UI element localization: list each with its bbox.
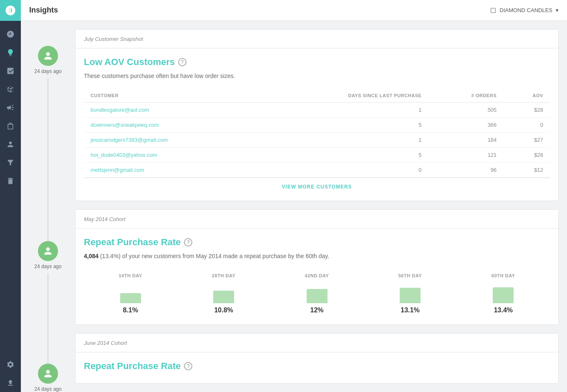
bar-fill [307,289,328,303]
card2-header: May 2014 Cohort [76,210,558,229]
table-row: jessicarodgers7383@gmail.com 1 184 $27 [84,133,550,148]
trash-icon[interactable] [0,172,21,190]
june-cohort-card: June 2014 Cohort Repeat Purchase Rate ? [75,333,559,384]
table-row: bundlesgalore@aol.com 1 505 $28 [84,103,550,118]
card2-title: Repeat Purchase Rate ? [84,237,550,248]
aov-value: 0 [503,118,550,133]
bar-value: 13.1% [401,307,419,314]
card1-header-label: July Customer Snapshot [84,36,143,42]
bar-value: 10.8% [214,307,233,314]
card2-pct: (13.4%) [100,253,121,259]
page-title: Insights [29,6,58,15]
col-aov: AOV [503,89,550,103]
timeline-item-2: 24 days ago [34,241,61,269]
days-since: 5 [260,148,428,163]
aov-value: $28 [503,103,550,118]
bar-value: 12% [310,307,324,314]
bar-fill [400,288,421,303]
card3-body: Repeat Purchase Rate ? [76,352,558,384]
table-row: dcwinners@sneakpeeq.com 5 366 0 [84,118,550,133]
bar-column: 14TH DAY 8.1% [84,273,177,314]
topbar: Insights DIAMOND CANDLES ▾ [21,0,567,21]
settings-icon[interactable] [0,355,21,374]
card3-title: Repeat Purchase Rate ? [84,361,550,372]
num-orders: 121 [428,148,503,163]
bar-chart: 14TH DAY 8.1% 28TH DAY 10.8% 42ND DAY 12… [84,269,550,318]
num-orders: 366 [428,118,503,133]
card2-rest: of your new customers from May 2014 made… [122,253,329,259]
card1-body: Low AOV Customers ? These customers purc… [76,48,558,201]
timeline-item-1: 24 days ago [34,46,61,74]
chart-icon[interactable] [0,62,21,80]
num-orders: 184 [428,133,503,148]
days-since: 5 [260,118,428,133]
svg-text:J: J [7,8,10,14]
customer-email[interactable]: mettsjenn@gmail.com [84,163,260,178]
timeline-date-3: 24 days ago [34,386,61,392]
timeline-item-3: 24 days ago [34,364,61,392]
bar-fill [213,291,234,303]
sidebar: J [0,0,21,392]
bar-fill [120,293,141,303]
card1-header: July Customer Snapshot [76,30,558,48]
bar-label: 14TH DAY [118,273,142,278]
card2-help-icon[interactable]: ? [184,238,192,246]
card1-description: These customers purchase often but have … [84,72,550,80]
export-icon[interactable] [0,374,21,392]
repeat-purchase-card: May 2014 Cohort Repeat Purchase Rate ? 4… [75,209,559,325]
days-since: 1 [260,133,428,148]
customer-email[interactable]: hot_dude0403@yahoo.com [84,148,260,163]
company-switcher[interactable]: DIAMOND CANDLES ▾ [490,7,559,14]
view-more-button[interactable]: VIEW MORE CUSTOMERS [84,178,550,196]
customer-email[interactable]: bundlesgalore@aol.com [84,103,260,118]
bar-column: 60TH DAY 13.4% [457,273,550,314]
filter-icon[interactable] [0,153,21,172]
col-customer: CUSTOMER [84,89,260,103]
bar-fill [493,287,514,303]
card3-help-icon[interactable]: ? [184,362,192,370]
table-row: hot_dude0403@yahoo.com 5 121 $26 [84,148,550,163]
col-orders: # ORDERS [428,89,503,103]
card2-header-label: May 2014 Cohort [84,216,126,222]
card3-header-label: June 2014 Cohort [84,340,127,346]
bulb-icon[interactable] [0,43,21,62]
timeline-date-1: 24 days ago [34,68,61,74]
timeline-date-2: 24 days ago [34,264,61,269]
bar-label: 42ND DAY [305,273,329,278]
card2-count: 4,084 [84,253,98,259]
company-name: DIAMOND CANDLES [500,7,552,13]
bar-label: 56TH DAY [398,273,422,278]
num-orders: 96 [428,163,503,178]
num-orders: 505 [428,103,503,118]
megaphone-icon[interactable] [0,98,21,117]
avatar-3 [38,364,58,384]
card2-description: 4,084 (13.4%) of your new customers from… [84,252,550,261]
card1-title: Low AOV Customers ? [84,57,550,68]
bar-value: 13.4% [494,307,513,314]
bar-label: 60TH DAY [491,273,515,278]
aov-value: $26 [503,148,550,163]
clock-icon[interactable] [0,25,21,43]
chevron-down-icon: ▾ [556,7,559,13]
content-area: 24 days ago 24 days ago [21,21,567,392]
aov-table: CUSTOMER DAYS SINCE LAST PURCHASE # ORDE… [84,89,550,178]
card3-header: June 2014 Cohort [76,334,558,352]
customer-email[interactable]: jessicarodgers7383@gmail.com [84,133,260,148]
days-since: 0 [260,163,428,178]
card1-help-icon[interactable]: ? [178,58,186,66]
bag-icon[interactable] [0,117,21,135]
timeline-column: 24 days ago 24 days ago [21,21,75,392]
box-icon[interactable] [0,80,21,98]
bar-column: 28TH DAY 10.8% [177,273,270,314]
logo[interactable]: J [0,0,21,21]
col-days: DAYS SINCE LAST PURCHASE [260,89,428,103]
table-row: mettsjenn@gmail.com 0 96 $12 [84,163,550,178]
bar-value: 8.1% [123,307,138,314]
bar-column: 42ND DAY 12% [270,273,363,314]
customer-email[interactable]: dcwinners@sneakpeeq.com [84,118,260,133]
avatar-2 [38,241,58,261]
low-aov-card: July Customer Snapshot Low AOV Customers… [75,29,559,201]
days-since: 1 [260,103,428,118]
person-icon[interactable] [0,135,21,153]
avatar-1 [38,46,58,66]
